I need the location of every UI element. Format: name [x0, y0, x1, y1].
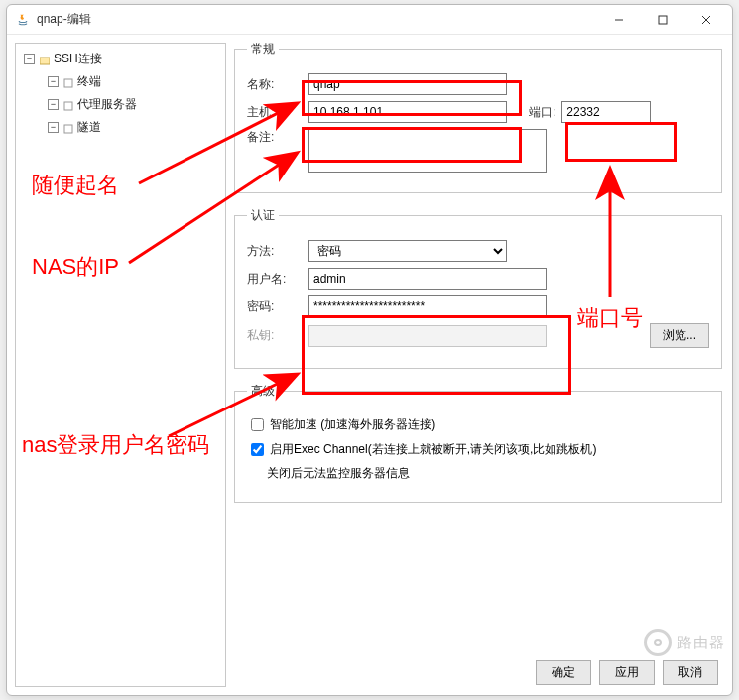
svg-rect-7 [64, 125, 72, 133]
group-auth: 认证 方法: 密码 用户名: 密码: 私钥: [234, 207, 722, 369]
tree-label: 终端 [77, 73, 101, 90]
name-input[interactable] [308, 73, 507, 95]
privatekey-input [308, 325, 547, 347]
browse-button[interactable]: 浏览... [650, 323, 709, 348]
maximize-button[interactable] [641, 6, 684, 34]
label-password: 密码: [247, 298, 308, 315]
tree-label: 隧道 [77, 119, 101, 136]
collapse-icon[interactable]: − [24, 54, 35, 64]
collapse-icon[interactable]: − [48, 99, 59, 110]
note-input[interactable] [308, 129, 547, 173]
close-button[interactable] [684, 6, 728, 34]
legend-advanced: 高级 [247, 383, 279, 400]
tree-item-proxy[interactable]: − 代理服务器 [18, 93, 223, 116]
dialog-footer: 确定 应用 取消 [536, 660, 718, 685]
app-window: qnap-编辑 − SSH连接 − 终端 − 代理服务器 − [6, 4, 733, 696]
leaf-icon [63, 100, 73, 110]
svg-rect-5 [64, 79, 72, 87]
smart-accel-label: 智能加速 (加速海外服务器连接) [270, 416, 435, 433]
collapse-icon[interactable]: − [48, 76, 59, 87]
collapse-icon[interactable]: − [48, 122, 59, 133]
label-name: 名称: [247, 76, 308, 93]
exec-channel-label: 启用Exec Channel(若连接上就被断开,请关闭该项,比如跳板机) [270, 441, 596, 458]
legend-general: 常规 [247, 41, 279, 58]
label-note: 备注: [247, 129, 308, 146]
label-port: 端口: [529, 104, 555, 121]
tree-item-terminal[interactable]: − 终端 [18, 70, 223, 93]
minimize-button[interactable] [597, 6, 641, 34]
tree-label: 代理服务器 [77, 96, 137, 113]
folder-icon [40, 55, 50, 64]
username-input[interactable] [308, 268, 547, 290]
apply-button[interactable]: 应用 [599, 660, 655, 685]
leaf-icon [63, 123, 73, 133]
sidebar-tree: − SSH连接 − 终端 − 代理服务器 − 隧道 [15, 43, 226, 687]
leaf-icon [63, 77, 73, 87]
main-panel: 常规 名称: 主机: 端口: 备注: 认证 [232, 35, 732, 695]
label-username: 用户名: [247, 271, 308, 288]
exec-channel-checkbox[interactable] [251, 443, 264, 456]
ok-button[interactable]: 确定 [536, 660, 591, 685]
label-privatekey: 私钥: [247, 327, 308, 344]
group-general: 常规 名称: 主机: 端口: 备注: [234, 41, 722, 193]
window-title: qnap-编辑 [37, 11, 91, 28]
svg-rect-6 [64, 102, 72, 110]
group-advanced: 高级 智能加速 (加速海外服务器连接) 启用Exec Channel(若连接上就… [234, 383, 722, 503]
tree-root-ssh[interactable]: − SSH连接 [18, 48, 223, 70]
svg-rect-1 [659, 16, 667, 24]
java-icon [15, 12, 31, 28]
port-input[interactable] [561, 101, 651, 123]
tree-item-tunnel[interactable]: − 隧道 [18, 116, 223, 139]
titlebar: qnap-编辑 [7, 5, 732, 35]
cancel-button[interactable]: 取消 [663, 660, 718, 685]
label-host: 主机: [247, 104, 308, 121]
password-input[interactable] [308, 295, 547, 317]
tree-label: SSH连接 [54, 51, 102, 67]
exec-channel-hint: 关闭后无法监控服务器信息 [267, 465, 410, 482]
label-method: 方法: [247, 243, 308, 260]
legend-auth: 认证 [247, 207, 279, 224]
smart-accel-checkbox[interactable] [251, 418, 264, 431]
svg-rect-4 [40, 58, 50, 64]
method-select[interactable]: 密码 [308, 240, 507, 262]
host-input[interactable] [308, 101, 507, 123]
